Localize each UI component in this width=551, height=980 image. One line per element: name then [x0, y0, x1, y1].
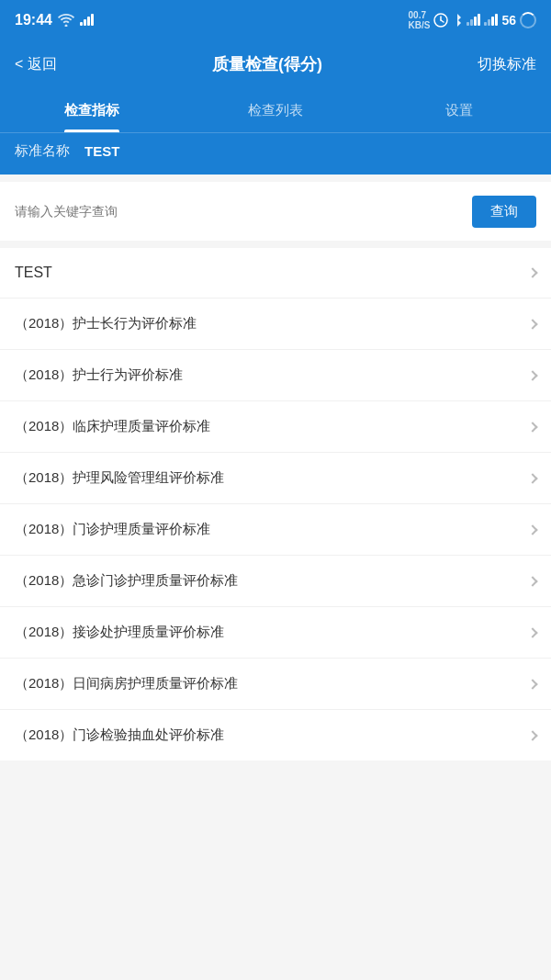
list-item[interactable]: （2018）日间病房护理质量评价标准: [0, 659, 551, 710]
list-item[interactable]: （2018）门诊检验抽血处评价标准: [0, 710, 551, 760]
tab-settings[interactable]: 设置: [367, 88, 551, 132]
list-item[interactable]: （2018）接诊处护理质量评价标准: [0, 607, 551, 659]
list-item[interactable]: （2018）护士行为评价标准: [0, 350, 551, 401]
tab-list[interactable]: 检查列表: [184, 88, 367, 132]
page-title: 质量检查(得分): [212, 53, 322, 75]
status-right: 00.7KB/S 56: [409, 10, 536, 30]
search-button[interactable]: 查询: [472, 196, 536, 228]
chevron-right-icon: [527, 627, 537, 637]
loading-circle: [520, 12, 536, 28]
standard-label: 标准名称: [15, 142, 70, 160]
back-button[interactable]: < 返回: [15, 55, 57, 74]
chevron-right-icon: [527, 473, 537, 483]
wifi-icon: [58, 14, 74, 27]
standard-row: 标准名称 TEST: [0, 133, 551, 175]
clock-icon: [433, 13, 448, 28]
tabs-container: 检查指标 检查列表 设置: [0, 88, 551, 133]
chevron-right-icon: [527, 576, 537, 586]
list-item[interactable]: （2018）临床护理质量评价标准: [0, 401, 551, 453]
svg-line-2: [441, 20, 444, 22]
list-container: TEST （2018）护士长行为评价标准 （2018）护士行为评价标准 （201…: [0, 248, 551, 760]
list-item[interactable]: TEST: [0, 248, 551, 299]
battery-level: 56: [501, 13, 516, 28]
standard-value: TEST: [84, 143, 119, 159]
chevron-right-icon: [527, 319, 537, 329]
signal-icon: [80, 15, 94, 26]
chevron-right-icon: [527, 422, 537, 432]
search-input[interactable]: [15, 193, 463, 230]
signal-bars-2: [484, 15, 498, 26]
chevron-right-icon: [527, 730, 537, 740]
nav-bar: < 返回 质量检查(得分) 切换标准: [0, 40, 551, 88]
status-left: 19:44: [15, 12, 94, 28]
switch-standard-button[interactable]: 切换标准: [478, 55, 536, 74]
data-speed: 00.7KB/S: [409, 10, 431, 30]
status-time: 19:44: [15, 12, 52, 28]
list-item[interactable]: （2018）护理风险管理组评价标准: [0, 453, 551, 504]
list-item[interactable]: （2018）急诊门诊护理质量评价标准: [0, 556, 551, 607]
chevron-right-icon: [527, 267, 537, 277]
chevron-right-icon: [527, 679, 537, 689]
chevron-right-icon: [527, 370, 537, 380]
chevron-right-icon: [527, 524, 537, 535]
status-bar: 19:44 00.7KB/S: [0, 0, 551, 40]
search-area: 查询: [0, 182, 551, 241]
bluetooth-icon: [452, 13, 463, 28]
list-item[interactable]: （2018）护士长行为评价标准: [0, 299, 551, 350]
signal-bars-1: [467, 15, 480, 26]
tab-indicators[interactable]: 检查指标: [0, 88, 184, 132]
list-item[interactable]: （2018）门诊护理质量评价标准: [0, 504, 551, 556]
